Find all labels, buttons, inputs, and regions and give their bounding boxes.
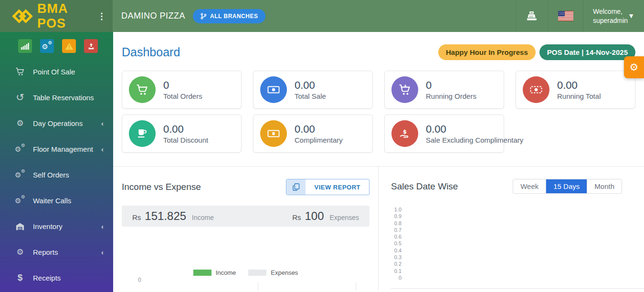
chevron-left-icon: ‹	[101, 145, 104, 153]
sidebar-item-label: Waiter Calls	[33, 197, 104, 205]
income-expense-panel: Income vs Expense VIEW REPORT Rs 151.825…	[113, 167, 379, 291]
income-value: 151.825	[145, 209, 186, 223]
sidebar-item-waiter-calls[interactable]: ⚙⚙ Waiter Calls	[0, 188, 113, 213]
y-tick: 0.4	[391, 247, 401, 254]
user-menu[interactable]: Welcome, superadmin ▼	[583, 0, 644, 32]
branch-icon	[201, 13, 207, 20]
sidebar-item-table-reservations[interactable]: ↺ Table Reservations	[0, 84, 113, 110]
stat-value: 0.00	[426, 123, 497, 136]
sidebar-item-reports[interactable]: ⚙ Reports ‹	[0, 239, 113, 265]
all-branches-button[interactable]: ALL BRANCHES	[193, 9, 265, 23]
stat-card-running-orders: 0Running Orders	[384, 71, 504, 109]
sidebar: ⚙⚙ Point Of Sale	[0, 32, 113, 292]
cart-arrow-down-icon	[391, 76, 418, 103]
stat-value: 0.00	[295, 79, 326, 92]
header-right: Welcome, superadmin ▼	[516, 0, 644, 32]
income-expense-head: Income vs Expense VIEW REPORT	[122, 179, 370, 195]
sidebar-item-label: Receipts	[33, 274, 104, 282]
legend-income-label: Income	[216, 269, 236, 276]
stat-label: Total Discount	[163, 136, 208, 144]
expenses-label: Expenses	[330, 214, 359, 221]
brand-logo[interactable]: BMA POS	[11, 1, 94, 31]
brand-diamond-icon	[11, 9, 33, 23]
y-tick: 0.5	[391, 240, 401, 247]
income-expense-legend: Income Expenses	[113, 269, 378, 276]
stat-card-running-total: 0.00Running Total	[516, 71, 635, 109]
expenses-value: 100	[305, 209, 324, 223]
money-bill-icon	[260, 120, 287, 147]
range-15-days-button[interactable]: 15 Days	[546, 179, 587, 193]
sales-chart-baseline	[391, 288, 644, 289]
sidebar-item-label: Reports	[33, 248, 101, 256]
sidebar-menu: Point Of Sale ↺ Table Reservations ⚙ Day…	[0, 59, 113, 291]
all-branches-label: ALL BRANCHES	[210, 13, 258, 20]
settings-fab-button[interactable]: ⚙	[624, 56, 644, 78]
stat-value: 0.00	[295, 123, 343, 136]
upload-icon	[87, 42, 95, 50]
y-tick: 0	[391, 274, 401, 281]
top-header: BMA POS ⋮ DAMINO PIZZA ALL BRANCHES	[0, 0, 644, 32]
income-chart-gridline	[258, 283, 258, 291]
stat-label: Total Sale	[295, 92, 326, 100]
cash-register-button[interactable]	[516, 0, 548, 32]
stat-card-total-sale: 0.00Total Sale	[253, 71, 373, 109]
bar-chart-icon	[21, 43, 29, 50]
sales-date-wise-title: Sales Date Wise	[391, 181, 513, 192]
cogs-icon: ⚙⚙	[14, 170, 26, 179]
sidebar-item-label: Table Reservations	[33, 94, 104, 102]
income-expense-title: Income vs Expense	[122, 182, 286, 192]
income-label: Income	[192, 214, 214, 221]
charts-row: Income vs Expense VIEW REPORT Rs 151.825…	[113, 167, 644, 291]
undo-icon: ↺	[14, 92, 26, 103]
sidebar-toggle-kebab-icon[interactable]: ⋮	[94, 10, 110, 22]
stat-label: Complimentary	[295, 136, 343, 144]
main-content: ⚙ Dashboard Happy Hour In Progress POS D…	[113, 32, 644, 292]
alerts-quick-button[interactable]	[62, 39, 76, 53]
money-bill-dashed-icon	[523, 76, 549, 103]
sidebar-item-inventory[interactable]: Inventory ‹	[0, 213, 113, 239]
y-tick: 0.8	[391, 220, 401, 227]
sidebar-item-label: Point Of Sale	[33, 68, 104, 76]
language-selector[interactable]	[548, 0, 583, 32]
income-swatch	[193, 270, 211, 276]
report-copy-icon	[286, 179, 306, 195]
legend-item-expenses: Expenses	[248, 269, 298, 276]
sidebar-item-self-orders[interactable]: ⚙⚙ Self Orders	[0, 162, 113, 188]
status-badges: Happy Hour In Progress POS Date | 14-Nov…	[438, 44, 635, 60]
gear-icon: ⚙	[14, 119, 26, 127]
happy-hour-badge: Happy Hour In Progress	[438, 44, 536, 60]
sales-chart-quick-button[interactable]	[18, 39, 32, 53]
stat-label: Running Total	[557, 92, 601, 100]
stat-value: 0	[426, 79, 476, 92]
range-week-button[interactable]: Week	[513, 179, 546, 193]
income-expense-summary: Rs 151.825 Income Rs 100 Expenses	[122, 206, 370, 227]
sidebar-item-label: Inventory	[33, 222, 101, 230]
expenses-swatch	[248, 270, 266, 276]
current-branch-name: DAMINO PIZZA	[121, 11, 185, 21]
coffee-cup-icon	[129, 120, 156, 147]
sidebar-item-point-of-sale[interactable]: Point Of Sale	[0, 59, 113, 84]
expenses-currency: Rs	[292, 213, 301, 221]
range-month-button[interactable]: Month	[587, 179, 622, 193]
stat-value: 0	[163, 79, 202, 92]
cogs-icon: ⚙⚙	[42, 42, 53, 51]
income-summary: Rs 151.825 Income	[132, 209, 214, 223]
header-main: DAMINO PIZZA ALL BRANCHES	[113, 0, 516, 32]
dollar-icon: $	[14, 272, 26, 283]
welcome-text: Welcome, superadmin	[593, 7, 628, 25]
upload-quick-button[interactable]	[84, 39, 98, 53]
operations-quick-button[interactable]: ⚙⚙	[40, 39, 54, 53]
logo-zone: BMA POS ⋮	[0, 0, 113, 32]
cash-register-icon	[526, 10, 538, 22]
welcome-line2: superadmin	[593, 16, 628, 25]
sidebar-quick-actions: ⚙⚙	[18, 39, 113, 53]
y-tick: 0.9	[391, 213, 401, 219]
sidebar-item-floor-management[interactable]: ⚙⚙ Floor Management ‹	[0, 136, 113, 162]
sidebar-item-day-operations[interactable]: ⚙ Day Operations ‹	[0, 110, 113, 136]
welcome-line1: Welcome,	[593, 7, 628, 16]
sidebar-item-receipts[interactable]: $ Receipts	[0, 265, 113, 291]
chevron-left-icon: ‹	[101, 248, 104, 256]
cogs-icon: ⚙⚙	[14, 144, 26, 154]
view-report-button[interactable]: VIEW REPORT	[286, 179, 370, 195]
warning-icon	[65, 42, 74, 50]
